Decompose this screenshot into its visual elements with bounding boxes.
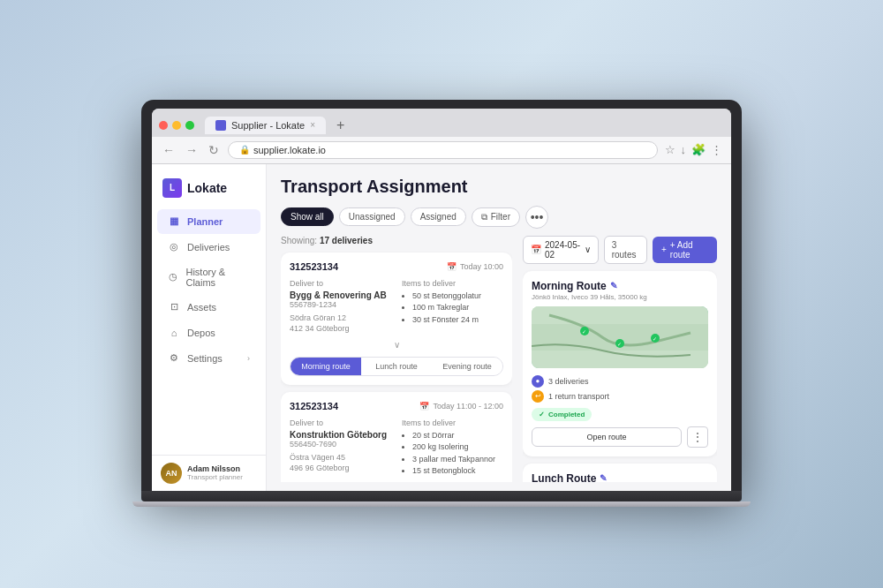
lunch-route-tab[interactable]: Lunch route [361, 358, 432, 375]
sidebar-item-label-history: History & Claims [185, 267, 250, 288]
list-item: 15 st Betongblock [412, 465, 503, 478]
item-list: 20 st Dörrar 200 kg Isolering 3 pallar m… [402, 430, 503, 478]
add-route-button[interactable]: + + Add route [653, 237, 717, 263]
order-id: 312523134 [290, 261, 338, 272]
company-name: Konstruktion Göteborg [290, 430, 391, 440]
logo-text: Lokate [187, 181, 227, 195]
sidebar-item-settings[interactable]: ⚙ Settings › [157, 346, 260, 371]
sidebar-item-history[interactable]: ◷ History & Claims [157, 260, 260, 294]
company-phone: 556450-7690 [290, 440, 391, 449]
route-stat-deliveries: ● 3 deliveries [532, 375, 708, 388]
unassigned-button[interactable]: Unassigned [339, 207, 405, 226]
browser-address-bar: ← → ↻ 🔒 supplier.lokate.io ☆ ↓ 🧩 ⋮ [152, 137, 731, 164]
showing-count: 17 deliveries [320, 236, 373, 245]
order-id: 312523134 [290, 401, 338, 411]
planner-icon: ▦ [168, 215, 180, 228]
date-selector[interactable]: 📅 2024-05-02 ∨ [523, 236, 599, 264]
dropdown-chevron-icon: ∨ [585, 245, 591, 254]
card-expand-button[interactable]: ∨ [290, 340, 503, 350]
list-item: 200 kg Isolering [412, 441, 503, 454]
delivery-card: 312523134 📅 Today 10:00 Deliver to [281, 253, 512, 385]
sidebar-item-label-assets: Assets [187, 302, 216, 313]
user-area: AN Adam Nilsson Transport planner [152, 455, 266, 491]
card-time: 📅 Today 11:00 - 12:00 [419, 402, 503, 411]
lock-icon: 🔒 [239, 145, 250, 155]
sidebar-item-depos[interactable]: ⌂ Depos [157, 320, 260, 345]
show-all-button[interactable]: Show all [281, 207, 334, 226]
route-card-header: Lunch Route ✎ Alans gris, Volvo FMX, 350… [532, 472, 708, 482]
back-button[interactable]: ← [161, 141, 177, 159]
deliveries-dot: ● [532, 375, 544, 388]
list-item: 3 pallar med Takpannor [412, 454, 503, 466]
browser-toolbar-icons: ☆ ↓ 🧩 ⋮ [665, 143, 723, 156]
logo-area: L Lokate [152, 175, 266, 208]
card-body: Deliver to Bygg & Renovering AB 556789-1… [290, 279, 503, 335]
download-icon[interactable]: ↓ [681, 143, 687, 156]
route-card-header: Morning Route ✎ Jönkö Inlax, Iveco 39 Hå… [532, 280, 708, 301]
history-icon: ◷ [168, 271, 178, 283]
filter-icon: ⧉ [481, 212, 487, 222]
close-traffic-light[interactable] [159, 121, 168, 130]
svg-text:✓: ✓ [582, 329, 586, 335]
edit-route-icon[interactable]: ✎ [600, 473, 607, 482]
open-route-button[interactable]: Open route [532, 427, 682, 447]
tab-favicon [215, 120, 226, 131]
showing-label: Showing: 17 deliveries [281, 236, 512, 245]
sidebar-item-label-depos: Depos [187, 328, 215, 338]
more-options-button[interactable]: ••• [525, 206, 548, 229]
minimize-traffic-light[interactable] [172, 121, 181, 130]
traffic-lights [159, 121, 194, 130]
browser-tab-active[interactable]: Supplier - Lokate × [205, 117, 326, 134]
depos-icon: ⌂ [168, 327, 180, 339]
sidebar-item-planner[interactable]: ▦ Planner [157, 209, 260, 234]
bookmark-icon[interactable]: ☆ [665, 143, 675, 156]
logo-icon: L [162, 178, 182, 198]
svg-text:✓: ✓ [653, 336, 657, 342]
route-tabs: Morning route Lunch route Evening route [290, 357, 503, 376]
refresh-button[interactable]: ↻ [207, 141, 221, 159]
status-badge: ✓ Completed [532, 408, 592, 421]
route-more-button[interactable]: ⋮ [687, 426, 708, 448]
plus-icon: + [661, 245, 667, 254]
route-actions: Open route ⋮ [532, 426, 708, 448]
filter-bar: Show all Unassigned Assigned ⧉ Filter ••… [281, 206, 717, 229]
lunch-route-card: Lunch Route ✎ Alans gris, Volvo FMX, 350… [523, 464, 717, 482]
fullscreen-traffic-light[interactable] [185, 121, 194, 130]
sidebar-item-assets[interactable]: ⊡ Assets [157, 295, 260, 320]
delivery-card: 312523134 📅 Today 11:00 - 12:00 Deliver … [281, 392, 512, 482]
route-name-area: Morning Route ✎ Jönkö Inlax, Iveco 39 Hå… [532, 280, 647, 301]
route-name: Morning Route ✎ [532, 280, 647, 292]
new-tab-button[interactable]: + [329, 114, 351, 137]
card-time: 📅 Today 10:00 [447, 262, 503, 271]
menu-icon[interactable]: ⋮ [711, 143, 722, 156]
map-placeholder: ✓ ✓ ✓ [532, 306, 708, 368]
browser-chrome: Supplier - Lokate × + ← → ↻ 🔒 supplier.l… [152, 109, 731, 491]
check-icon: ✓ [539, 411, 545, 418]
route-subtitle: Jönkö Inlax, Iveco 39 Håls, 35000 kg [532, 293, 647, 301]
settings-icon: ⚙ [168, 352, 180, 365]
calendar-icon: 📅 [531, 245, 541, 254]
assigned-button[interactable]: Assigned [411, 207, 466, 226]
list-item: 30 st Fönster 24 m [412, 314, 503, 327]
filter-button[interactable]: ⧉ Filter [472, 207, 520, 227]
assets-icon: ⊡ [168, 301, 180, 313]
extension-icon[interactable]: 🧩 [691, 143, 706, 156]
user-role: Transport planner [187, 473, 257, 481]
address-bar[interactable]: 🔒 supplier.lokate.io [228, 141, 658, 159]
tab-close-button[interactable]: × [310, 120, 315, 130]
items-section: Items to deliver 20 st Dörrar 200 kg Iso… [402, 418, 503, 478]
sidebar: L Lokate ▦ Planner ◎ Deliveries ◷ Histor… [152, 164, 267, 491]
settings-chevron-icon: › [247, 354, 250, 363]
routes-header: 📅 2024-05-02 ∨ 3 routes + + Add route [523, 236, 717, 264]
laptop-base-bottom [132, 501, 751, 507]
evening-route-tab[interactable]: Evening route [432, 358, 502, 375]
routes-panel: 📅 2024-05-02 ∨ 3 routes + + Add route [523, 236, 717, 482]
morning-route-tab[interactable]: Morning route [291, 358, 361, 375]
list-item: 20 st Dörrar [412, 430, 503, 442]
tab-title: Supplier - Lokate [231, 120, 305, 131]
forward-button[interactable]: → [184, 141, 200, 159]
sidebar-item-deliveries[interactable]: ◎ Deliveries [157, 235, 260, 260]
user-info: Adam Nilsson Transport planner [187, 464, 257, 481]
edit-route-icon[interactable]: ✎ [610, 281, 617, 290]
sidebar-item-label-deliveries: Deliveries [187, 242, 230, 253]
